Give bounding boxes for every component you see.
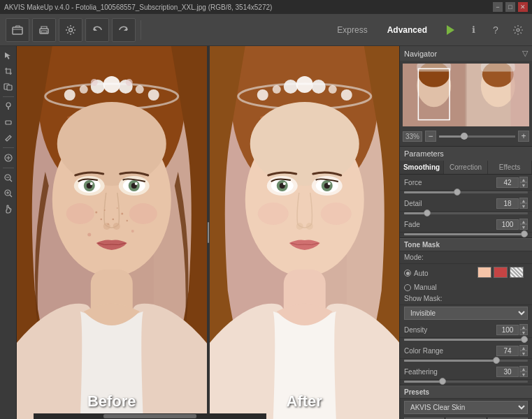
fade-row: Fade ▲ ▼ [400,216,532,233]
zoom-in-button[interactable]: + [518,131,529,142]
svg-point-42 [135,182,138,185]
density-slider[interactable] [404,339,528,341]
tool-hand[interactable] [1,202,15,216]
toolbar-print[interactable] [32,18,56,42]
toolbar-undo[interactable] [85,18,109,42]
svg-point-37 [84,180,95,191]
navigator-header[interactable]: Navigator ▽ [400,46,532,61]
tool-spot-remover[interactable] [1,151,15,165]
feathering-slider[interactable] [404,381,528,383]
window-controls[interactable]: − □ ✕ [493,2,528,12]
svg-rect-59 [346,46,399,419]
svg-point-74 [271,179,293,193]
color-range-slider[interactable] [404,360,528,362]
minimize-button[interactable]: − [493,2,503,12]
detail-up[interactable]: ▲ [519,198,528,203]
feathering-down[interactable]: ▼ [519,372,528,377]
tool-crop[interactable] [1,64,15,78]
zoom-out-button[interactable]: − [425,131,436,142]
manual-label: Manual [414,284,437,291]
zoom-slider[interactable] [439,135,515,138]
info-button[interactable]: ℹ [465,22,482,38]
force-up[interactable]: ▲ [519,177,528,182]
force-slider[interactable] [404,191,528,193]
force-down[interactable]: ▼ [519,182,528,188]
svg-point-43 [103,223,110,230]
tool-pencil[interactable] [1,131,15,145]
run-button[interactable] [440,20,459,40]
tool-zoom-in[interactable] [1,186,15,200]
detail-spinner: ▲ ▼ [519,198,528,209]
swatch-red[interactable] [494,267,508,278]
app-settings-button[interactable] [510,22,526,38]
svg-point-28 [91,79,98,86]
color-range-row: Color Range ▲ ▼ [400,343,532,359]
hscroll-thumb[interactable] [103,414,196,418]
tab-smoothing[interactable]: Smoothing [400,161,444,174]
svg-point-31 [57,102,166,186]
show-mask-dropdown-row: Invisible Visible [400,305,532,322]
feathering-input[interactable] [496,367,519,377]
toolbar-redo[interactable] [112,18,136,42]
swatch-pattern[interactable] [510,267,524,278]
fade-up[interactable]: ▲ [519,219,528,224]
canvas-hscroll[interactable] [34,413,266,419]
tool-select[interactable] [1,49,15,63]
svg-point-52 [108,223,109,225]
tool-clone[interactable] [1,80,15,94]
params-tabs: Smoothing Correction Effects [400,161,532,175]
fade-slider[interactable] [404,233,528,235]
tool-eraser[interactable] [1,115,15,129]
toolbar: Express Advanced ℹ ? [0,14,532,46]
toolbar-open[interactable] [6,18,29,42]
svg-point-77 [321,180,332,191]
tone-mask-section: Tone Mask Mode: Auto Manual Show Mask: [400,238,532,385]
color-range-down[interactable]: ▼ [519,351,528,356]
svg-rect-16 [17,46,207,419]
svg-point-56 [129,203,157,224]
svg-point-70 [250,102,359,186]
color-range-spinner: ▲ ▼ [519,345,528,356]
svg-rect-2 [41,31,47,33]
toolbar-settings[interactable] [59,18,82,42]
color-range-input[interactable] [496,346,519,356]
advanced-mode-button[interactable]: Advanced [380,22,434,38]
force-input[interactable] [496,177,519,188]
density-down[interactable]: ▼ [519,330,528,335]
show-mask-label: Show Mask: [404,295,442,302]
detail-slider[interactable] [404,212,528,214]
svg-point-46 [101,219,102,220]
maximize-button[interactable]: □ [505,2,515,12]
canvas-area[interactable]: Before [17,46,399,419]
svg-rect-94 [417,64,451,71]
color-range-up[interactable]: ▲ [519,345,528,351]
tool-brush[interactable] [1,100,15,114]
density-up[interactable]: ▲ [519,324,528,330]
detail-input[interactable] [496,198,519,209]
density-input[interactable] [496,325,519,335]
preset-select[interactable]: AKVIS Clear Skin Natural Skin Soft Focus… [404,401,528,414]
tool-zoom-out[interactable] [1,171,15,185]
tab-effects[interactable]: Effects [488,161,532,174]
show-mask-select[interactable]: Invisible Visible [404,307,528,320]
auto-radio[interactable] [404,270,411,277]
detail-down[interactable]: ▼ [519,203,528,209]
feathering-slider-row [400,380,532,385]
close-button[interactable]: ✕ [518,2,528,12]
swatch-skin[interactable] [477,267,491,278]
tone-mask-auto-row: Auto [400,264,532,282]
manual-radio[interactable] [404,284,411,291]
force-label: Force [404,179,422,186]
parameters-header[interactable]: Parameters [400,147,532,161]
fade-down[interactable]: ▼ [519,224,528,230]
help-button[interactable]: ? [487,22,504,38]
svg-marker-4 [94,27,97,31]
tab-correction[interactable]: Correction [444,161,488,174]
svg-point-49 [127,220,128,221]
fade-input[interactable] [496,219,519,230]
express-mode-button[interactable]: Express [330,22,374,38]
preset-dropdown-row: AKVIS Clear Skin Natural Skin Soft Focus… [400,399,532,416]
presets-section: Presets AKVIS Clear Skin Natural Skin So… [400,385,532,419]
svg-point-55 [66,203,94,224]
feathering-up[interactable]: ▲ [519,366,528,372]
